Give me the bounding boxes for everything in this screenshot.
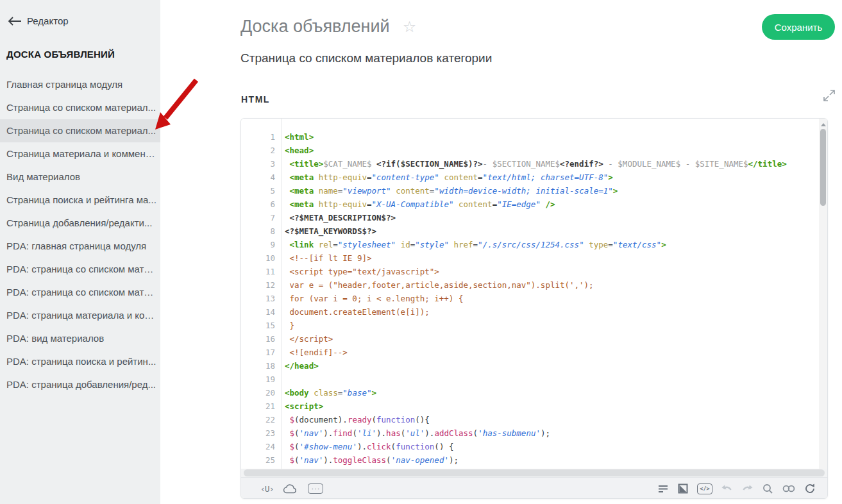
- line-number: 12: [241, 278, 281, 292]
- code-line[interactable]: 1<html>: [241, 130, 819, 144]
- redo-icon[interactable]: [741, 483, 754, 494]
- template-subtitle: Страница со списком материалов категории: [240, 51, 492, 65]
- sidebar-item[interactable]: Страница поиска и рейтинга ма...: [0, 189, 160, 212]
- sidebar-item[interactable]: PDA: страница добавления/ред...: [0, 373, 160, 396]
- scroll-up-icon[interactable]: [821, 123, 826, 126]
- editor-toolbar: ‹U› ··· </>: [241, 477, 827, 499]
- line-number: 10: [241, 251, 281, 265]
- line-number: 4: [241, 171, 281, 184]
- module-title: ДОСКА ОБЪЯВЛЕНИЙ: [6, 49, 115, 60]
- favorite-star-icon[interactable]: ☆: [403, 19, 417, 35]
- code-line[interactable]: 19: [241, 373, 819, 386]
- code-area[interactable]: 1<html>2<head>3 <title>$CAT_NAME$ <?if($…: [241, 119, 827, 469]
- sidebar-item[interactable]: PDA: страница материала и ком...: [0, 304, 160, 327]
- code-line[interactable]: 3 <title>$CAT_NAME$ <?if($SECTION_NAME$)…: [241, 157, 819, 171]
- line-number: 5: [241, 184, 281, 197]
- sidebar-item[interactable]: PDA: страница со списком мате...: [0, 258, 160, 281]
- code-line[interactable]: 9 <link rel="stylesheet" id="style" href…: [241, 238, 819, 251]
- line-number: 8: [241, 224, 281, 238]
- fullscreen-button[interactable]: [821, 88, 837, 103]
- sidebar-item[interactable]: Страница материала и коммент...: [0, 142, 160, 165]
- code-line[interactable]: 15 }: [241, 319, 819, 332]
- code-line[interactable]: 17 <![endif]-->: [241, 346, 819, 359]
- editor-label: HTML: [241, 94, 270, 105]
- code-line[interactable]: 24 $('#show-menu').click(function() {: [241, 440, 819, 453]
- ellipsis-box-icon[interactable]: ···: [308, 483, 323, 494]
- code-line[interactable]: 16 </script>: [241, 332, 819, 346]
- back-label: Редактор: [27, 15, 69, 26]
- line-number: 6: [241, 197, 281, 211]
- line-number: 7: [241, 211, 281, 224]
- line-number: 21: [241, 399, 281, 413]
- template-list: Главная страница модуляСтраница со списк…: [0, 73, 160, 396]
- horizontal-scrollbar-thumb[interactable]: [244, 469, 825, 476]
- code-line[interactable]: 10 <!--[if lt IE 9]>: [241, 251, 819, 265]
- code-line[interactable]: 14 document.createElement(e[i]);: [241, 305, 819, 319]
- sidebar-item[interactable]: PDA: вид материалов: [0, 327, 160, 350]
- line-number: 23: [241, 426, 281, 440]
- line-number: 15: [241, 319, 281, 332]
- page-header: Доска объявлений ☆: [240, 17, 416, 37]
- line-number: 13: [241, 292, 281, 305]
- line-number: 14: [241, 305, 281, 319]
- wrap-lines-icon[interactable]: [657, 483, 669, 494]
- page-title: Доска объявлений: [240, 17, 390, 37]
- line-number: 11: [241, 265, 281, 278]
- code-line[interactable]: 21<script>: [241, 399, 819, 413]
- search-icon[interactable]: [762, 483, 773, 494]
- cloud-icon[interactable]: [283, 483, 298, 494]
- sidebar-item[interactable]: Вид материалов: [0, 165, 160, 189]
- line-number: 2: [241, 144, 281, 157]
- line-number: 19: [241, 373, 281, 386]
- line-number: 16: [241, 332, 281, 346]
- sidebar-item[interactable]: PDA: страница со списком мате...: [0, 281, 160, 304]
- sidebar-item[interactable]: Страница добавления/редакти...: [0, 212, 160, 235]
- annotation-arrow-icon: [153, 59, 204, 136]
- sidebar-item[interactable]: PDA: страница поиска и рейтин...: [0, 350, 160, 373]
- code-line[interactable]: 12 var e = ("header,footer,article,aside…: [241, 278, 819, 292]
- code-line[interactable]: 8<?$META_KEYWORDS$?>: [241, 224, 819, 238]
- line-number: 1: [241, 130, 281, 144]
- code-line[interactable]: 20<body class="base">: [241, 386, 819, 399]
- line-number: 24: [241, 440, 281, 453]
- back-button[interactable]: Редактор: [8, 15, 69, 26]
- code-line[interactable]: 2<head>: [241, 144, 819, 157]
- line-number: 20: [241, 386, 281, 399]
- line-number: 25: [241, 453, 281, 467]
- line-number: 9: [241, 238, 281, 251]
- vertical-scrollbar[interactable]: [819, 119, 827, 469]
- line-number: 18: [241, 359, 281, 373]
- sidebar-item[interactable]: Страница со списком материал...: [0, 96, 160, 119]
- code-line[interactable]: 6 <meta http-equiv="X-UA-Compatible" con…: [241, 197, 819, 211]
- horizontal-scrollbar[interactable]: [241, 469, 827, 477]
- expand-icon: [821, 88, 837, 103]
- sidebar-item[interactable]: Страница со списком материал...: [0, 119, 160, 142]
- code-line[interactable]: 25 $('nav').toggleClass('nav-opened');: [241, 453, 819, 467]
- refresh-icon[interactable]: [804, 483, 816, 494]
- code-editor-panel: 1<html>2<head>3 <title>$CAT_NAME$ <?if($…: [240, 118, 828, 499]
- code-line[interactable]: 7 <?$META_DESCRIPTION$?>: [241, 211, 819, 224]
- line-number: 17: [241, 346, 281, 359]
- sidebar-item[interactable]: Главная страница модуля: [0, 73, 160, 96]
- code-line[interactable]: 5 <meta name="viewport" content="width=d…: [241, 184, 819, 197]
- code-line[interactable]: 23 $('nav').find('li').has('ul').addClas…: [241, 426, 819, 440]
- template-tag-icon[interactable]: ‹U›: [260, 484, 273, 494]
- loop-icon[interactable]: [782, 483, 796, 494]
- code-lines[interactable]: 1<html>2<head>3 <title>$CAT_NAME$ <?if($…: [241, 130, 819, 469]
- code-line[interactable]: 13 for (var i = 0; i < e.length; i++) {: [241, 292, 819, 305]
- code-line[interactable]: 4 <meta http-equiv="content-type" conten…: [241, 171, 819, 184]
- save-button[interactable]: Сохранить: [762, 14, 835, 40]
- vertical-scrollbar-thumb[interactable]: [820, 129, 826, 206]
- code-view-icon[interactable]: </>: [697, 483, 712, 494]
- line-number: 3: [241, 157, 281, 171]
- undo-icon[interactable]: [721, 483, 733, 494]
- sidebar: Редактор ДОСКА ОБЪЯВЛЕНИЙ Главная страни…: [0, 0, 160, 504]
- code-line[interactable]: 18</head>: [241, 359, 819, 373]
- code-line[interactable]: 22 $(document).ready(function(){: [241, 413, 819, 426]
- contrast-icon[interactable]: [677, 483, 689, 494]
- code-line[interactable]: 11 <script type="text/javascript">: [241, 265, 819, 278]
- line-number: 22: [241, 413, 281, 426]
- back-arrow-icon: [8, 17, 22, 26]
- sidebar-item[interactable]: PDA: главная страница модуля: [0, 235, 160, 258]
